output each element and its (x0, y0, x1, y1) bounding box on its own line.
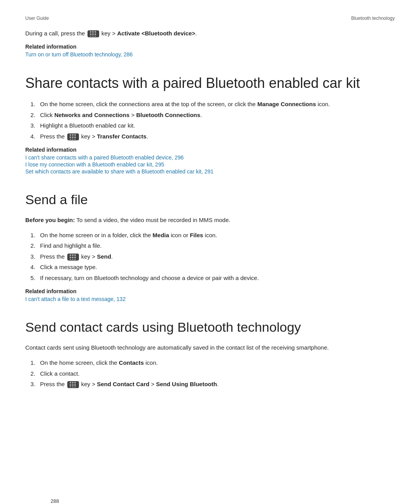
svg-rect-31 (72, 384, 74, 386)
bb-menu-key-intro (88, 30, 99, 37)
related-link-s1-3[interactable]: Set which contacts are available to shar… (25, 168, 395, 175)
page-header: User Guide Bluetooth technology (25, 16, 395, 21)
related-info-block-s1: Related information I can't share contac… (25, 147, 395, 175)
section3-step-1: On the home screen, click the Contacts i… (37, 358, 395, 368)
intro-paragraph: During a call, press the key > Activate … (25, 29, 395, 38)
svg-rect-5 (94, 33, 96, 35)
section2-step-2: Find and highlight a file. (37, 241, 395, 251)
svg-rect-30 (70, 384, 71, 386)
svg-rect-18 (70, 254, 71, 256)
section2-steps: On the home screen or in a folder, click… (37, 230, 395, 283)
related-info-label-1: Related information (25, 44, 395, 50)
svg-rect-28 (72, 382, 74, 383)
page-number: 288 (51, 498, 59, 504)
svg-rect-1 (92, 31, 94, 33)
section2-step-5: If necessary, turn on Bluetooth technolo… (37, 273, 395, 283)
svg-rect-29 (74, 382, 76, 383)
related-info-label-s2: Related information (25, 288, 395, 294)
svg-rect-35 (74, 387, 76, 387)
svg-rect-9 (70, 134, 71, 136)
svg-rect-15 (70, 139, 71, 140)
section1-steps: On the home screen, click the connection… (37, 99, 395, 141)
section1-step-1: On the home screen, click the connection… (37, 99, 395, 109)
section1-step-4: Press the key > Transfer Contacts. (37, 131, 395, 142)
header-right: Bluetooth technology (351, 16, 395, 21)
svg-rect-26 (74, 259, 76, 260)
intro-text-before: During a call, press the (25, 30, 85, 37)
related-link-s2-1[interactable]: I can't attach a file to a text message,… (25, 296, 395, 302)
svg-rect-8 (94, 36, 96, 37)
svg-rect-22 (72, 257, 74, 258)
section1-step-2: Click Networks and Connections > Bluetoo… (37, 110, 395, 120)
section2-title: Send a file (25, 192, 395, 208)
bb-menu-key-s2 (67, 254, 79, 261)
svg-rect-2 (94, 31, 96, 33)
section2-step-4: Click a message type. (37, 262, 395, 272)
svg-rect-34 (72, 387, 74, 387)
section3-title: Send contact cards using Bluetooth techn… (25, 319, 395, 335)
svg-rect-27 (70, 382, 71, 383)
svg-rect-32 (74, 384, 76, 386)
svg-rect-4 (92, 33, 94, 35)
related-link-s1-2[interactable]: I lose my connection with a Bluetooth en… (25, 161, 395, 168)
svg-rect-25 (72, 259, 74, 260)
svg-rect-23 (74, 257, 76, 258)
svg-rect-19 (72, 254, 74, 256)
section3-description: Contact cards sent using Bluetooth techn… (25, 343, 395, 352)
section3-steps: On the home screen, click the Contacts i… (37, 358, 395, 389)
before-begin: Before you begin: To send a video, the v… (25, 215, 395, 225)
related-info-block-1: Related information Turn on or turn off … (25, 44, 395, 58)
section2-step-1: On the home screen or in a folder, click… (37, 230, 395, 240)
svg-rect-13 (72, 136, 74, 138)
section3-step-3: Press the key > Send Contact Card > Send… (37, 379, 395, 389)
svg-rect-7 (92, 36, 94, 37)
related-info-block-s2: Related information I can't attach a fil… (25, 288, 395, 302)
svg-rect-14 (74, 136, 76, 138)
svg-rect-20 (74, 254, 76, 256)
bb-menu-key-s3 (67, 381, 79, 388)
svg-rect-0 (90, 31, 91, 33)
header-left: User Guide (25, 16, 49, 21)
svg-rect-33 (70, 387, 71, 387)
svg-rect-21 (70, 257, 71, 258)
svg-rect-10 (72, 134, 74, 136)
section1-step-3: Highlight a Bluetooth enabled car kit. (37, 121, 395, 131)
svg-rect-6 (90, 36, 91, 37)
related-link-s1-1[interactable]: I can't share contacts with a paired Blu… (25, 154, 395, 161)
intro-text-after: key > Activate <Bluetooth device>. (102, 30, 197, 37)
svg-rect-11 (74, 134, 76, 136)
section2-step-3: Press the key > Send. (37, 252, 395, 262)
section1-title: Share contacts with a paired Bluetooth e… (25, 75, 395, 91)
bb-menu-key-s1 (67, 133, 79, 140)
svg-rect-3 (90, 33, 91, 35)
svg-rect-17 (74, 139, 76, 140)
svg-rect-12 (70, 136, 71, 138)
svg-rect-24 (70, 259, 71, 260)
related-link-1-1[interactable]: Turn on or turn off Bluetooth technology… (25, 51, 395, 58)
related-info-label-s1: Related information (25, 147, 395, 153)
svg-rect-16 (72, 139, 74, 140)
section3-step-2: Click a contact. (37, 369, 395, 379)
